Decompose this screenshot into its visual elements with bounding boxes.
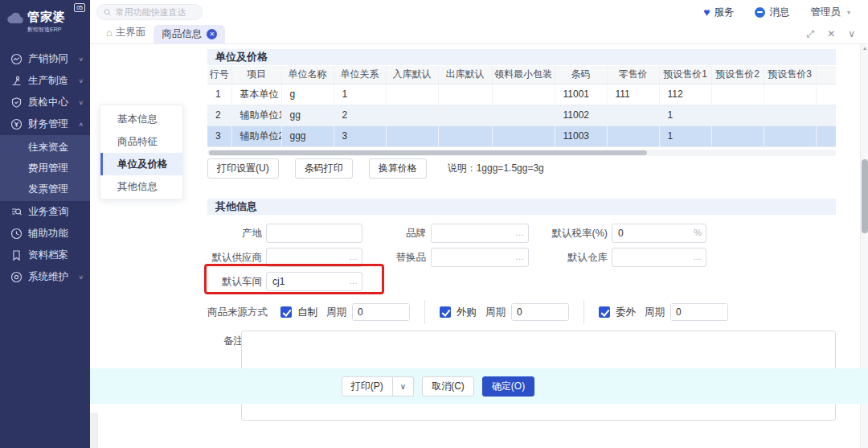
brand-badge: 05 (74, 3, 85, 12)
print-button[interactable]: 打印(P) (342, 376, 393, 397)
close-icon[interactable]: ✕ (827, 28, 835, 39)
ok-button[interactable]: 确定(O) (482, 376, 534, 397)
message-link[interactable]: 消息 (755, 6, 789, 19)
sidebar-nav: 产销协同 ∨ 生产制造 ∨ 质检中心 ∨ 财务管理 ∧ 往来资金 费用管理 (0, 48, 90, 288)
subnav-item-product-features[interactable]: 商品特征 (100, 130, 182, 153)
convert-price-button[interactable]: 换算价格 (369, 158, 427, 179)
print-dropdown-icon[interactable]: ∨ (393, 376, 414, 397)
maximize-icon[interactable]: ⤢ (807, 28, 815, 39)
home-icon: ⌂ (106, 27, 113, 38)
quick-search[interactable] (96, 4, 203, 20)
tab-close-icon[interactable]: ✕ (207, 29, 217, 39)
app-logo: 管家婆辉煌智造ERP 05 (0, 0, 90, 43)
coin-icon (10, 118, 23, 131)
collapse-icon[interactable]: ∨ (848, 28, 855, 39)
search-input[interactable] (116, 7, 195, 17)
origin-field (266, 224, 362, 243)
tab-product-info[interactable]: 商品信息 ✕ (154, 25, 225, 43)
brand-label: 品牌 (355, 227, 426, 240)
brand-subtitle: 辉煌智造ERP (27, 26, 66, 34)
sidebar-item-auxiliary[interactable]: 辅助功能 (0, 223, 90, 245)
conversion-note: 说明：1ggg=1.5gg=3g (448, 162, 544, 175)
trend-icon (10, 53, 23, 66)
source-option-self-made: 自制 周期 (280, 303, 410, 321)
sidebar-item-manufacturing[interactable]: 生产制造 ∨ (0, 70, 90, 92)
sidebar-item-archives[interactable]: 资料档案 (0, 245, 90, 266)
shield-icon (10, 97, 23, 109)
table-row-selected[interactable]: 3 辅助单位2 ggg 3 11003 1 (207, 125, 836, 146)
tab-home[interactable]: ⌂ 主界面 (90, 26, 154, 43)
cycle-input-self-made[interactable] (353, 304, 409, 320)
checkbox-purchased[interactable] (440, 306, 451, 318)
user-name: 管理员 (810, 6, 841, 19)
table-header-row: 行号 项目 单位名称 单位关系 入库默认 出库默认 领料最小包装 条码 零售价 … (207, 66, 836, 84)
workshop-input[interactable] (267, 273, 362, 290)
table-row[interactable]: 1 基本单位 g 1 11001 111 112 (207, 84, 836, 105)
robot-arm-icon (10, 75, 23, 88)
chevron-down-icon: ∨ (78, 100, 84, 106)
cycle-input-subcontract[interactable] (671, 304, 727, 320)
checkbox-self-made[interactable] (280, 306, 292, 318)
supplier-input[interactable] (267, 249, 362, 266)
app-window: 管家婆辉煌智造ERP 05 产销协同 ∨ 生产制造 ∨ 质检中心 ∨ (0, 0, 868, 448)
sidebar-item-invoice-management[interactable]: 发票管理 (0, 179, 90, 199)
table-horizontal-scrollbar[interactable] (207, 150, 836, 156)
divider (424, 300, 425, 324)
origin-label: 产地 (194, 227, 262, 240)
table-header-partial (816, 66, 836, 84)
warehouse-input[interactable] (612, 249, 706, 266)
supplier-field: … (266, 248, 362, 267)
divider (583, 300, 584, 324)
bookmark-icon (10, 249, 23, 262)
brand-field: … (431, 224, 529, 243)
sidebar-item-system-maintenance[interactable]: 系统维护 ∨ (0, 266, 90, 288)
sidebar-item-production-sales[interactable]: 产销协同 ∨ (0, 48, 90, 70)
scrollbar-thumb[interactable] (862, 159, 868, 233)
search-icon (104, 8, 112, 17)
cycle-input-purchased[interactable] (512, 304, 568, 320)
sidebar-item-finance[interactable]: 财务管理 ∧ (0, 113, 90, 135)
source-option-subcontract: 委外 周期 (599, 303, 728, 321)
sidebar-item-current-funds[interactable]: 往来资金 (0, 137, 90, 158)
scroll-up-icon[interactable]: ▲ (862, 46, 868, 51)
substitute-input[interactable] (432, 249, 528, 266)
tax-rate-input[interactable] (612, 224, 706, 242)
subnav-item-other-info[interactable]: 其他信息 (100, 175, 182, 198)
cancel-button[interactable]: 取消(C) (422, 376, 474, 397)
sidebar: 管家婆辉煌智造ERP 05 产销协同 ∨ 生产制造 ∨ 质检中心 ∨ (0, 0, 90, 448)
user-menu[interactable]: 管理员 ▾ (810, 6, 850, 19)
sidebar-item-quality-center[interactable]: 质检中心 ∨ (0, 92, 90, 113)
barcode-print-button[interactable]: 条码打印 (295, 158, 353, 179)
print-setup-button[interactable]: 打印设置(U) (207, 158, 279, 179)
checkbox-subcontract[interactable] (599, 306, 610, 318)
clock-icon (10, 228, 23, 240)
source-mode-label: 商品来源方式 (207, 306, 268, 319)
footer-actions: 打印(P) ∨ 取消(C) 确定(O) (8, 368, 868, 404)
subnav-item-basic-info[interactable]: 基本信息 (100, 108, 182, 130)
scrollbar-thumb[interactable] (209, 150, 647, 155)
supplier-label: 默认供应商 (194, 251, 262, 265)
warehouse-field: … (612, 248, 706, 267)
chevron-up-icon: ∧ (78, 121, 84, 128)
workshop-label: 默认车间 (194, 275, 262, 289)
chevron-down-icon: ∨ (78, 56, 84, 63)
topbar: ♥ 服务 消息 管理员 ▾ (90, 0, 868, 24)
sidebar-item-business-query[interactable]: 业务查询 (0, 201, 90, 223)
tax-rate-field: % (612, 224, 706, 243)
left-gutter (90, 413, 98, 448)
tax-rate-label: 默认税率(%) (530, 227, 608, 240)
subnav-item-unit-price[interactable]: 单位及价格 (100, 153, 182, 175)
workshop-field: … (266, 272, 362, 291)
service-link[interactable]: ♥ 服务 (703, 6, 734, 19)
chevron-down-icon: ∨ (78, 274, 84, 281)
target-icon (10, 271, 23, 284)
sidebar-item-expense-management[interactable]: 费用管理 (0, 158, 90, 179)
origin-input[interactable] (267, 224, 362, 242)
brand-input[interactable] (432, 224, 528, 242)
tabbar: ⌂ 主界面 商品信息 ✕ ⤢ ✕ ∨ (90, 24, 868, 44)
brand-name: 管家婆 (27, 10, 66, 23)
message-icon (755, 7, 765, 18)
table-row[interactable]: 2 辅助单位1 gg 2 11002 1 (207, 105, 836, 125)
heart-icon: ♥ (703, 6, 710, 18)
sidebar-submenu-finance: 往来资金 费用管理 发票管理 (0, 135, 90, 201)
